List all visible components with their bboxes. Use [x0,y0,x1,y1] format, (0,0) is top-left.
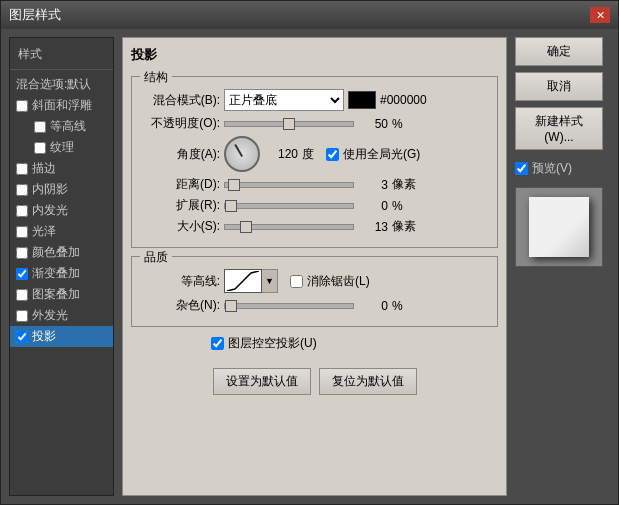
global-light-label[interactable]: 使用全局光(G) [326,146,420,163]
sidebar-item-pattern-overlay-label: 图案叠加 [32,286,80,303]
sidebar-item-gradient-overlay[interactable]: 渐变叠加 [10,263,113,284]
distance-unit: 像素 [392,176,416,193]
quality-title: 品质 [140,249,172,266]
stroke-checkbox[interactable] [16,163,28,175]
layer-knockout-row: 图层控空投影(U) [131,335,498,352]
structure-title: 结构 [140,69,172,86]
antialiased-text: 消除锯齿(L) [307,273,370,290]
size-slider[interactable] [224,224,354,230]
preview-checkbox[interactable] [515,162,528,175]
opacity-unit: % [392,117,412,131]
preview-label[interactable]: 预览(V) [515,160,610,177]
color-overlay-checkbox[interactable] [16,247,28,259]
contour-thumbnail[interactable] [224,269,262,293]
sidebar-item-inner-glow-label: 内发光 [32,202,68,219]
sidebar-item-inner-shadow[interactable]: 内阴影 [10,179,113,200]
sidebar-item-pattern-overlay[interactable]: 图案叠加 [10,284,113,305]
sidebar-item-stroke[interactable]: 描边 [10,158,113,179]
sidebar-item-texture[interactable]: 纹理 [10,137,113,158]
cancel-button[interactable]: 取消 [515,72,603,101]
shadow-color-swatch[interactable] [348,91,376,109]
opacity-value: 50 [358,117,388,131]
window-title: 图层样式 [9,6,61,24]
contour-dropdown-arrow[interactable]: ▼ [262,269,278,293]
pattern-overlay-checkbox[interactable] [16,289,28,301]
sidebar-item-texture-label: 纹理 [50,139,74,156]
shadow-panel: 投影 结构 混合模式(B): 正片叠底 #000000 不透明度(O): [122,37,507,496]
layer-knockout-label[interactable]: 图层控空投影(U) [211,335,317,352]
shadow-checkbox[interactable] [16,331,28,343]
sidebar-item-outer-glow[interactable]: 外发光 [10,305,113,326]
sidebar-item-satin[interactable]: 光泽 [10,221,113,242]
spread-slider-container: 0 % [224,199,489,213]
global-light-checkbox[interactable] [326,148,339,161]
antialiased-label[interactable]: 消除锯齿(L) [290,273,370,290]
inner-shadow-checkbox[interactable] [16,184,28,196]
titlebar: 图层样式 ✕ [1,1,618,29]
contour-checkbox[interactable] [34,121,46,133]
satin-checkbox[interactable] [16,226,28,238]
sidebar-item-shadow-label: 投影 [32,328,56,345]
noise-label: 杂色(N): [140,297,220,314]
angle-unit: 度 [302,146,322,163]
angle-row: 角度(A): 120 度 使用全局光(G) [140,136,489,172]
sidebar-item-inner-shadow-label: 内阴影 [32,181,68,198]
distance-label: 距离(D): [140,176,220,193]
preview-box [515,187,603,267]
angle-label: 角度(A): [140,146,220,163]
sidebar-item-color-overlay[interactable]: 颜色叠加 [10,242,113,263]
distance-row: 距离(D): 3 像素 [140,176,489,193]
contour-svg [227,271,259,291]
reset-default-button[interactable]: 复位为默认值 [319,368,417,395]
sidebar-item-contour[interactable]: 等高线 [10,116,113,137]
noise-slider-container: 0 % [224,299,489,313]
contour-row: 等高线: ▼ 消除锯齿(L) [140,269,489,293]
angle-dial[interactable] [224,136,260,172]
new-style-button[interactable]: 新建样式(W)... [515,107,603,150]
shadow-section-title: 投影 [131,46,498,64]
preview-text: 预览(V) [532,160,572,177]
spread-value: 0 [358,199,388,213]
spread-slider[interactable] [224,203,354,209]
spread-row: 扩展(R): 0 % [140,197,489,214]
layer-knockout-checkbox[interactable] [211,337,224,350]
blend-mode-row: 混合模式(B): 正片叠底 #000000 [140,89,489,111]
spread-unit: % [392,199,412,213]
size-row: 大小(S): 13 像素 [140,218,489,235]
sidebar-item-outer-glow-label: 外发光 [32,307,68,324]
structure-group: 结构 混合模式(B): 正片叠底 #000000 不透明度(O): 50 [131,76,498,248]
sidebar-item-blend[interactable]: 混合选项:默认 [10,74,113,95]
close-button[interactable]: ✕ [590,7,610,23]
sidebar-item-shadow[interactable]: 投影 [10,326,113,347]
sidebar-item-satin-label: 光泽 [32,223,56,240]
outer-glow-checkbox[interactable] [16,310,28,322]
inner-glow-checkbox[interactable] [16,205,28,217]
size-unit: 像素 [392,218,416,235]
gradient-overlay-checkbox[interactable] [16,268,28,280]
blend-mode-label: 混合模式(B): [140,92,220,109]
opacity-label: 不透明度(O): [140,115,220,132]
opacity-slider-container: 50 % [224,117,489,131]
blend-mode-select[interactable]: 正片叠底 [224,89,344,111]
sidebar-item-blend-label: 混合选项:默认 [16,76,91,93]
sidebar-title: 样式 [10,42,113,70]
set-default-button[interactable]: 设置为默认值 [213,368,311,395]
bevel-checkbox[interactable] [16,100,28,112]
texture-checkbox[interactable] [34,142,46,154]
spread-label: 扩展(R): [140,197,220,214]
size-value: 13 [358,220,388,234]
noise-row: 杂色(N): 0 % [140,297,489,314]
distance-slider[interactable] [224,182,354,188]
sidebar-item-contour-label: 等高线 [50,118,86,135]
distance-slider-container: 3 像素 [224,176,489,193]
sidebar-item-inner-glow[interactable]: 内发光 [10,200,113,221]
opacity-slider[interactable] [224,121,354,127]
sidebar-item-bevel[interactable]: 斜面和浮雕 [10,95,113,116]
window: 图层样式 ✕ 样式 混合选项:默认 斜面和浮雕 等高线 纹理 描边 [0,0,619,505]
ok-button[interactable]: 确定 [515,37,603,66]
antialiased-checkbox[interactable] [290,275,303,288]
noise-unit: % [392,299,412,313]
global-light-text: 使用全局光(G) [343,146,420,163]
noise-slider[interactable] [224,303,354,309]
sidebar-item-stroke-label: 描边 [32,160,56,177]
